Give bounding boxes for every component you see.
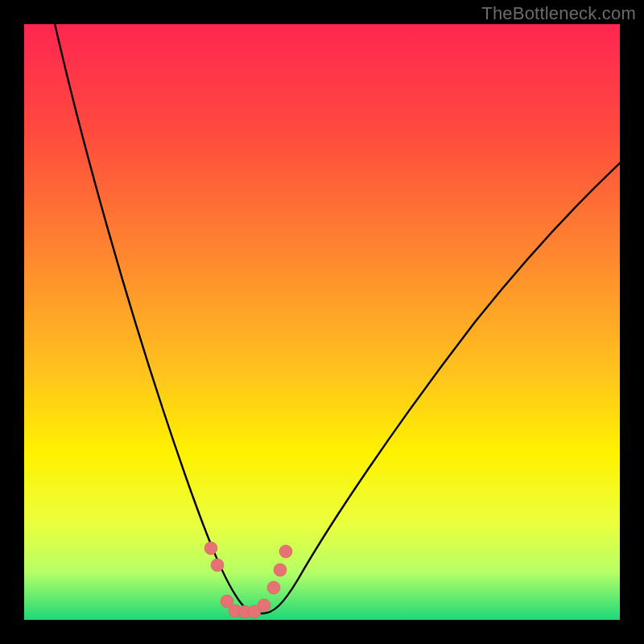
- gradient-bg: [24, 24, 620, 620]
- svg-point-1: [211, 559, 224, 572]
- chart-svg: [24, 24, 620, 620]
- svg-point-6: [258, 599, 270, 612]
- chart-frame: TheBottleneck.com: [0, 0, 644, 644]
- watermark-label: TheBottleneck.com: [481, 3, 636, 24]
- svg-point-7: [267, 581, 280, 594]
- plot-area: [24, 24, 620, 620]
- svg-point-8: [274, 564, 287, 576]
- svg-point-0: [204, 542, 217, 555]
- svg-point-9: [279, 545, 292, 558]
